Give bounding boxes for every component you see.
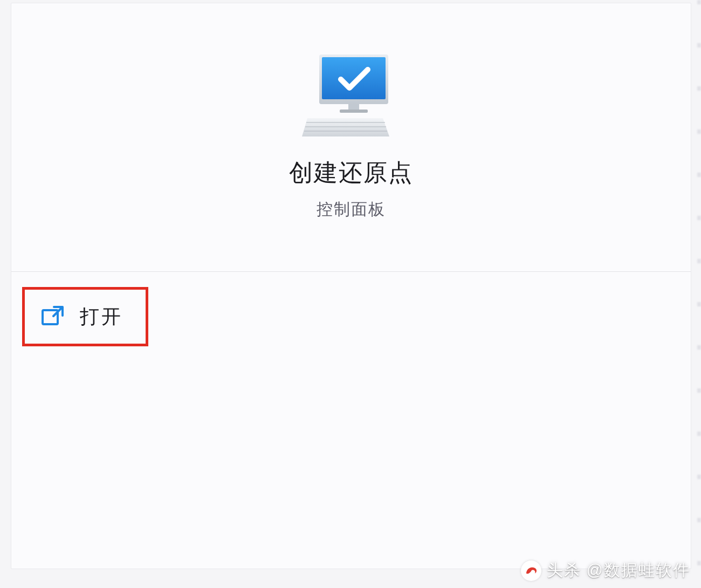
best-match-hero[interactable]: 创建还原点 控制面板 (11, 3, 691, 272)
watermark-handle: @数据蛙软件 (587, 559, 690, 582)
watermark-logo-icon (521, 560, 541, 581)
result-actions: 打开 (11, 272, 691, 361)
window-edge-decoration (697, 0, 701, 588)
result-subtitle: 控制面板 (317, 199, 386, 221)
svg-rect-1 (322, 57, 386, 99)
svg-rect-3 (340, 110, 368, 113)
open-external-icon (41, 305, 65, 329)
svg-rect-7 (43, 310, 58, 324)
watermark-prefix: 头杀 (547, 559, 581, 582)
search-result-panel: 创建还原点 控制面板 打开 (11, 3, 691, 569)
watermark: 头杀 @数据蛙软件 (521, 559, 690, 582)
svg-rect-2 (348, 104, 359, 110)
open-button-label: 打开 (80, 304, 123, 330)
result-title: 创建还原点 (289, 157, 413, 189)
open-button[interactable]: 打开 (22, 287, 148, 346)
computer-check-icon (300, 54, 402, 141)
